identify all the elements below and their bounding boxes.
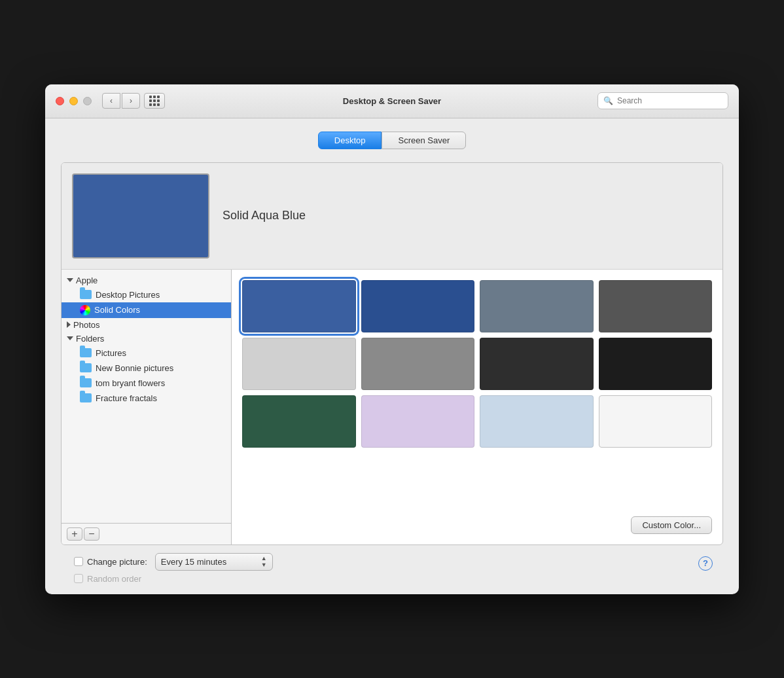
bottom-panel: Apple Desktop Pictures Solid Colors [62,270,722,544]
grid-view-button[interactable] [144,93,165,109]
color-grid [242,280,712,448]
custom-color-button[interactable]: Custom Color... [631,516,712,534]
random-order-checkbox[interactable] [74,574,83,583]
window: ‹ › Desktop & Screen Saver 🔍 Desktop Scr… [45,84,739,594]
color-swatch-7[interactable] [480,338,594,390]
folder-icon-fracture [80,393,92,402]
triangle-right-icon [67,321,71,328]
tab-screensaver[interactable]: Screen Saver [382,132,466,149]
sidebar-pictures-label: Pictures [96,348,126,358]
sidebar-group-folders[interactable]: Folders [62,332,231,346]
sidebar-footer: + − [62,523,231,544]
color-swatch-12[interactable] [599,395,713,448]
tab-desktop[interactable]: Desktop [318,132,382,149]
color-swatch-8[interactable] [599,338,713,390]
interval-dropdown[interactable]: Every 15 minutes ▲ ▼ [155,553,273,571]
close-button[interactable] [56,97,64,105]
maximize-button[interactable] [83,97,92,105]
search-icon: 🔍 [603,96,613,105]
change-picture-checkbox[interactable] [74,557,83,566]
titlebar: ‹ › Desktop & Screen Saver 🔍 [45,84,739,118]
sidebar-apple-label: Apple [76,276,98,285]
sidebar-solid-colors-label: Solid Colors [94,305,140,315]
window-title: Desktop & Screen Saver [343,96,441,106]
color-swatch-11[interactable] [480,395,594,448]
spinner-down-icon: ▼ [261,562,267,568]
change-picture-label: Change picture: [87,557,147,567]
content-area: Desktop Screen Saver Solid Aqua Blue A [45,118,739,594]
help-button[interactable]: ? [698,556,713,571]
grid-icon [149,96,160,106]
preview-section: Solid Aqua Blue [62,163,722,270]
random-order-wrapper: Random order [74,574,141,584]
remove-folder-button[interactable]: − [84,527,99,541]
traffic-lights [56,97,92,105]
color-swatch-4[interactable] [599,280,713,332]
sidebar-fracture-label: Fracture fractals [96,393,157,403]
random-order-label: Random order [87,574,141,584]
color-swatch-10[interactable] [361,395,475,448]
color-swatch-3[interactable] [480,280,594,332]
forward-button[interactable]: › [122,93,140,109]
color-swatch-1[interactable] [242,280,356,332]
sidebar-item-solid-colors[interactable]: Solid Colors [62,302,231,318]
color-wheel-icon [80,305,90,315]
segmented-control: Desktop Screen Saver [61,132,723,149]
sidebar-item-tom-bryant[interactable]: tom bryant flowers [62,376,231,391]
minimize-button[interactable] [69,97,78,105]
folder-icon-new-bonnie [80,363,92,372]
color-swatch-9[interactable] [242,395,356,448]
search-input[interactable] [617,96,722,105]
spinner-icon: ▲ ▼ [261,556,267,568]
sidebar: Apple Desktop Pictures Solid Colors [62,270,232,544]
color-swatch-6[interactable] [361,338,475,390]
sidebar-tom-bryant-label: tom bryant flowers [96,378,165,388]
color-swatch-5[interactable] [242,338,356,390]
add-folder-button[interactable]: + [67,527,82,541]
search-box[interactable]: 🔍 [597,92,728,109]
sidebar-item-pictures[interactable]: Pictures [62,346,231,361]
bottom-bar: Change picture: Every 15 minutes ▲ ▼ Ran… [61,545,723,579]
sidebar-scroll: Apple Desktop Pictures Solid Colors [62,270,231,523]
spinner-up-icon: ▲ [261,556,267,562]
nav-buttons: ‹ › [102,93,140,109]
folder-icon-tom-bryant [80,378,92,387]
triangle-down-icon [67,278,73,282]
back-button[interactable]: ‹ [102,93,120,109]
sidebar-photos-label: Photos [73,320,99,330]
change-picture-wrapper: Change picture: [74,557,147,567]
folder-icon [80,290,92,299]
sidebar-group-photos[interactable]: Photos [62,318,231,332]
sidebar-new-bonnie-label: New Bonnie pictures [96,363,173,373]
folder-icon-pictures [80,348,92,357]
sidebar-item-desktop-pictures[interactable]: Desktop Pictures [62,287,231,302]
main-panel: Solid Aqua Blue Apple Desktop Pictur [61,162,723,545]
color-swatch-2[interactable] [361,280,475,332]
sidebar-desktop-pictures-label: Desktop Pictures [96,290,160,300]
preview-thumbnail [72,173,209,259]
sidebar-folders-label: Folders [76,334,104,344]
sidebar-item-new-bonnie[interactable]: New Bonnie pictures [62,361,231,376]
preview-name: Solid Aqua Blue [223,209,306,223]
sidebar-group-apple[interactable]: Apple [62,274,231,287]
interval-label: Every 15 minutes [161,557,226,567]
sidebar-item-fracture[interactable]: Fracture fractals [62,391,231,406]
triangle-down-icon-folders [67,336,73,340]
color-grid-area: Custom Color... [232,270,722,544]
